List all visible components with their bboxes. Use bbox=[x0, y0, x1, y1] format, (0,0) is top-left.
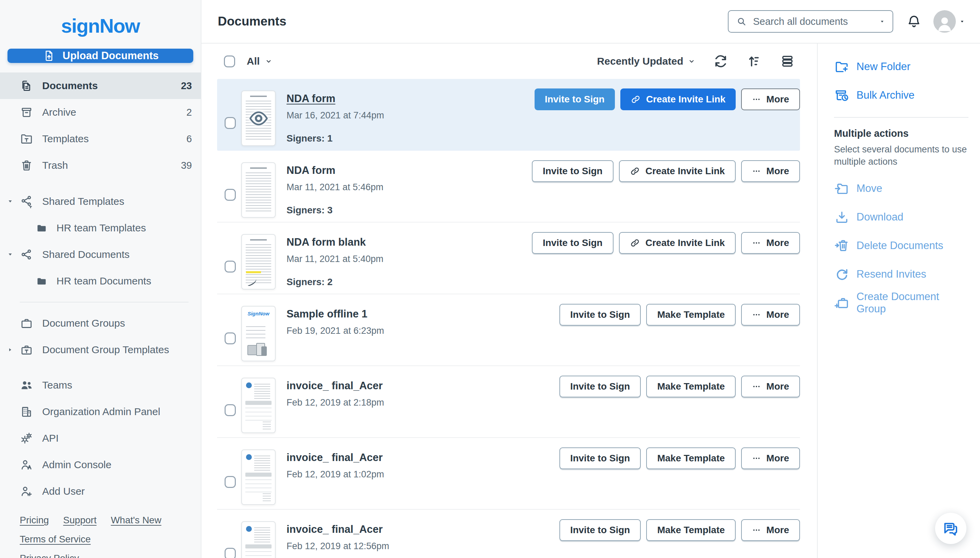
create-invite-link-button[interactable]: Create Invite Link bbox=[621, 89, 736, 110]
select-all-checkbox[interactable] bbox=[224, 56, 235, 67]
button-label: More bbox=[766, 525, 789, 535]
sidebar-item-hr-team-documents[interactable]: HR team Documents bbox=[0, 268, 201, 294]
row-checkbox[interactable] bbox=[225, 189, 236, 201]
row-checkbox[interactable] bbox=[225, 332, 236, 344]
pricing-link[interactable]: Pricing bbox=[20, 515, 49, 526]
sidebar-item-teams[interactable]: Teams bbox=[0, 372, 201, 399]
make-template-button[interactable]: Make Template bbox=[646, 304, 736, 326]
page-header: Documents bbox=[202, 0, 980, 44]
sidebar-item-document-groups[interactable]: Document Groups bbox=[0, 310, 201, 336]
sidebar-item-hr-team-templates[interactable]: HR team Templates bbox=[0, 215, 201, 241]
document-title[interactable]: NDA form bbox=[287, 92, 384, 105]
search-bar[interactable] bbox=[728, 10, 893, 33]
search-scope-caret-icon[interactable] bbox=[879, 19, 885, 25]
more-button[interactable]: More bbox=[741, 304, 800, 326]
document-signers: Signers: 3 bbox=[287, 205, 384, 216]
terms-of-service-link[interactable]: Terms of Service bbox=[20, 534, 91, 545]
notifications-button[interactable] bbox=[906, 14, 922, 29]
more-button[interactable]: More bbox=[741, 160, 800, 182]
sort-dropdown[interactable]: Recently Updated bbox=[597, 56, 695, 67]
sidebar-item-archive[interactable]: Archive2 bbox=[0, 99, 201, 126]
invite-to-sign-button[interactable]: Invite to Sign bbox=[532, 232, 614, 254]
multiple-actions-title: Multiple actions bbox=[834, 128, 970, 139]
sidebar-item-document-group-templates[interactable]: Document Group Templates bbox=[0, 336, 201, 363]
support-link[interactable]: Support bbox=[63, 515, 97, 526]
sidebar-item-admin-console[interactable]: Admin Console bbox=[0, 451, 201, 478]
document-title[interactable]: invoice_ final_Acer bbox=[287, 380, 384, 392]
document-thumbnail[interactable] bbox=[241, 162, 276, 218]
more-button[interactable]: More bbox=[741, 376, 800, 397]
sidebar-item-templates[interactable]: Templates6 bbox=[0, 126, 201, 152]
upload-documents-button[interactable]: Upload Documents bbox=[8, 49, 193, 63]
sidebar-item-organization-admin-panel[interactable]: Organization Admin Panel bbox=[0, 399, 201, 425]
invite-to-sign-button[interactable]: Invite to Sign bbox=[532, 160, 614, 182]
row-actions: Invite to SignMake TemplateMore bbox=[560, 510, 800, 558]
invite-to-sign-button[interactable]: Invite to Sign bbox=[535, 89, 615, 110]
document-date: Mar 16, 2021 at 7:44pm bbox=[287, 110, 384, 121]
create-document-group-action[interactable]: Create Document Group bbox=[834, 289, 970, 317]
new-folder-action[interactable]: New Folder bbox=[834, 53, 970, 81]
sidebar-item-shared-templates[interactable]: Shared Templates bbox=[0, 188, 201, 215]
row-checkbox[interactable] bbox=[225, 476, 236, 488]
row-actions: Invite to SignMake TemplateMore bbox=[560, 366, 800, 437]
invite-to-sign-button[interactable]: Invite to Sign bbox=[560, 376, 641, 397]
document-title[interactable]: NDA form blank bbox=[287, 236, 384, 248]
delete-documents-action[interactable]: Delete Documents bbox=[834, 231, 970, 260]
account-caret-icon[interactable] bbox=[959, 19, 965, 25]
document-title[interactable]: invoice_ final_Acer bbox=[287, 451, 384, 464]
invite-to-sign-button[interactable]: Invite to Sign bbox=[560, 304, 641, 326]
document-thumbnail[interactable] bbox=[241, 377, 276, 433]
sidebar-item-add-user[interactable]: Add User bbox=[0, 478, 201, 505]
privacy-policy-link[interactable]: Privacy Policy bbox=[20, 553, 79, 558]
invite-to-sign-button[interactable]: Invite to Sign bbox=[560, 447, 641, 469]
sidebar-item-trash[interactable]: Trash39 bbox=[0, 152, 201, 179]
more-button[interactable]: More bbox=[741, 89, 800, 110]
refresh-button[interactable] bbox=[713, 53, 729, 69]
folder-move-icon bbox=[834, 181, 850, 196]
more-button[interactable]: More bbox=[741, 232, 800, 254]
thumbnail-decor bbox=[247, 341, 269, 356]
sidebar-item-label: Add User bbox=[42, 486, 192, 497]
row-checkbox[interactable] bbox=[225, 261, 236, 272]
document-title[interactable]: NDA form bbox=[287, 164, 384, 177]
document-title[interactable]: Sample offline 1 bbox=[287, 308, 384, 320]
filter-dropdown[interactable]: All bbox=[247, 56, 272, 67]
sidebar-item-shared-documents[interactable]: Shared Documents bbox=[0, 241, 201, 268]
move-action[interactable]: Move bbox=[834, 174, 970, 203]
what-s-new-link[interactable]: What's New bbox=[111, 515, 162, 526]
more-button[interactable]: More bbox=[741, 519, 800, 541]
bulk-archive-action[interactable]: Bulk Archive bbox=[834, 81, 970, 110]
make-template-button[interactable]: Make Template bbox=[646, 519, 736, 541]
account-menu[interactable] bbox=[933, 10, 965, 33]
dots-icon bbox=[752, 310, 761, 319]
document-thumbnail[interactable]: SignNow bbox=[241, 306, 276, 361]
document-thumbnail[interactable] bbox=[241, 450, 276, 505]
document-title[interactable]: invoice_ final_Acer bbox=[287, 523, 389, 535]
document-thumbnail[interactable] bbox=[241, 521, 276, 558]
document-meta: NDA form blankMar 11, 2021 at 5:40pmSign… bbox=[287, 223, 384, 294]
document-list: NDA formMar 16, 2021 at 7:44pmSigners: 1… bbox=[202, 79, 817, 558]
download-action[interactable]: Download bbox=[834, 203, 970, 231]
make-template-button[interactable]: Make Template bbox=[646, 376, 736, 397]
create-invite-link-button[interactable]: Create Invite Link bbox=[619, 160, 736, 182]
create-invite-link-button[interactable]: Create Invite Link bbox=[619, 232, 736, 254]
button-label: Invite to Sign bbox=[543, 166, 602, 177]
sidebar-item-api[interactable]: API bbox=[0, 425, 201, 451]
row-checkbox[interactable] bbox=[225, 404, 236, 416]
resend-invites-action[interactable]: Resend Invites bbox=[834, 260, 970, 289]
refresh-icon bbox=[713, 53, 729, 69]
view-density-button[interactable] bbox=[780, 53, 795, 69]
document-thumbnail[interactable] bbox=[241, 234, 276, 290]
more-button[interactable]: More bbox=[741, 447, 800, 469]
chat-support-button[interactable] bbox=[935, 513, 966, 544]
sidebar-item-label: API bbox=[42, 432, 192, 444]
sort-order-button[interactable] bbox=[746, 53, 762, 69]
make-template-button[interactable]: Make Template bbox=[646, 447, 736, 469]
invite-to-sign-button[interactable]: Invite to Sign bbox=[560, 519, 641, 541]
sidebar-item-documents[interactable]: Documents23 bbox=[0, 72, 201, 99]
avatar[interactable] bbox=[933, 10, 956, 33]
row-checkbox[interactable] bbox=[225, 548, 236, 558]
row-checkbox[interactable] bbox=[225, 117, 236, 129]
document-thumbnail[interactable] bbox=[241, 90, 276, 146]
search-input[interactable] bbox=[752, 16, 874, 28]
